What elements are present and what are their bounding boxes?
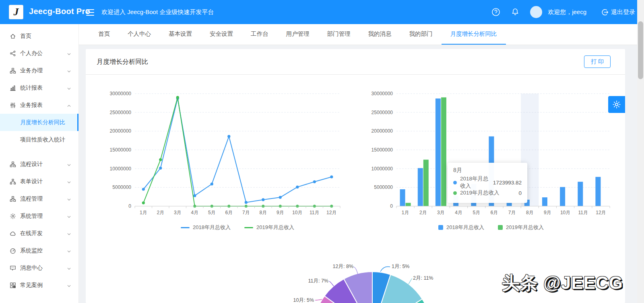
sidebar-item-10-dashboard[interactable]: 系统监控 (0, 242, 78, 259)
sidebar-item-11-message[interactable]: 消息中心 (0, 259, 78, 276)
sidebar-item-8-setting[interactable]: 系统管理 (0, 207, 78, 225)
tab-7[interactable]: 我的消息 (359, 24, 400, 45)
pie-chart-canvas: 12月: 8%1月: 5%2月: 11%11月: 7%10月: 5% (279, 253, 468, 303)
sidebar-item-label: 常见案例 (20, 282, 43, 289)
svg-text:7月: 7月 (242, 210, 250, 215)
logout-button[interactable]: 退出登录 (601, 8, 635, 16)
sidebar-item-5-cluster[interactable]: 流程设计 (0, 156, 78, 173)
share-icon (10, 50, 16, 57)
sidebar-item-label: 首页 (20, 33, 31, 40)
svg-text:5月: 5月 (208, 210, 216, 215)
sidebar-submenu: 月度增长分析同比项目性质收入统计 (0, 114, 78, 148)
sidebar-item-0-home[interactable]: 首页 (0, 27, 78, 45)
sidebar-item-label: 系统监控 (20, 247, 43, 254)
svg-text:5000000: 5000000 (112, 184, 131, 190)
sidebar-item-6-apartment[interactable]: 表单设计 (0, 173, 78, 190)
tab-5[interactable]: 用户管理 (277, 24, 318, 45)
sidebar-item-12-appstore[interactable]: 常见案例 (0, 276, 78, 294)
svg-text:12月: 8%: 12月: 8% (333, 264, 353, 269)
top-header: J Jeecg-Boot Pro 欢迎进入 Jeecg-Boot 企业级快速开发… (0, 0, 644, 24)
legend-line-icon (181, 227, 190, 228)
sidebar-item-3-barchart[interactable]: 统计报表 (0, 79, 78, 96)
logo-letter: J (14, 6, 19, 18)
svg-text:5000000: 5000000 (374, 184, 393, 190)
svg-text:15000000: 15000000 (110, 147, 132, 153)
bar-chart[interactable]: 0500000010000000150000002000000025000000… (364, 84, 618, 236)
svg-text:2月: 11%: 2月: 11% (413, 275, 433, 281)
sidebar-item-9-cloud[interactable]: 在线开发 (0, 225, 78, 242)
legend-item[interactable]: 2018年月总收入 (438, 224, 484, 231)
chevron-down-icon (67, 266, 71, 270)
app-root: J Jeecg-Boot Pro 欢迎进入 Jeecg-Boot 企业级快速开发… (0, 0, 644, 303)
sidebar-item-label: 系统管理 (20, 213, 43, 220)
content-card: 月度增长分析同比 打 印 050000001000000015000000200… (86, 49, 625, 303)
cluster-icon (10, 196, 16, 202)
tab-1[interactable]: 个人中心 (119, 24, 160, 45)
sidebar-item-label: 统计报表 (20, 84, 43, 92)
chevron-down-icon (67, 86, 71, 90)
legend-item[interactable]: 2019年月总收入 (244, 224, 294, 231)
tab-4[interactable]: 工作台 (242, 24, 277, 45)
menu-fold-icon[interactable] (85, 8, 95, 17)
apartment-icon (10, 178, 16, 185)
svg-text:5月: 5月 (473, 210, 480, 215)
chevron-up-icon (67, 103, 71, 107)
sidebar-item-label: 表单设计 (20, 178, 43, 185)
svg-text:0: 0 (390, 203, 393, 209)
svg-text:25000000: 25000000 (372, 110, 393, 115)
sidebar-item-2-cluster[interactable]: 业务办理 (0, 62, 78, 79)
app-logo: J (9, 5, 23, 19)
tooltip-series-name: 2019年月总收入 (460, 189, 500, 197)
tab-0[interactable]: 首页 (89, 24, 119, 45)
help-icon[interactable] (491, 8, 500, 16)
bar-chart-legend: 2018年月总收入2019年月总收入 (364, 224, 618, 231)
tab-8[interactable]: 我的部门 (400, 24, 442, 45)
user-greeting: 欢迎您，jeecg (548, 8, 586, 16)
logout-icon (601, 8, 609, 16)
tabs-container: 首页个人中心基本设置安全设置工作台用户管理部门管理我的消息我的部门月度增长分析同… (89, 24, 506, 45)
tab-3[interactable]: 安全设置 (201, 24, 242, 45)
svg-text:6月: 6月 (491, 210, 498, 215)
svg-text:6月: 6月 (225, 210, 233, 215)
line-chart-canvas: 0500000010000000150000002000000025000000… (97, 84, 378, 219)
svg-text:3月: 3月 (174, 210, 182, 215)
card-header: 月度增长分析同比 打 印 (86, 49, 625, 75)
svg-text:11月: 11月 (578, 210, 588, 215)
setting-icon (10, 213, 16, 219)
print-button[interactable]: 打 印 (584, 55, 611, 68)
svg-text:8月: 8月 (259, 210, 267, 215)
page-scrollbar-thumb[interactable] (638, 21, 643, 79)
sidebar-item-label: 业务报表 (20, 102, 43, 109)
legend-line-icon (244, 227, 253, 228)
sidebar-item-label: 消息中心 (20, 264, 43, 272)
line-chart[interactable]: 0500000010000000150000002000000025000000… (97, 84, 378, 236)
legend-item[interactable]: 2018年月总收入 (181, 224, 231, 231)
watermark: 头条 @JEECG (502, 271, 623, 295)
sidebar-item-label: 流程设计 (20, 161, 43, 168)
notification-bell-icon[interactable] (511, 8, 520, 16)
tooltip-row: 2019年月总收入 0 (453, 188, 522, 198)
sidebar-item-1-share[interactable]: 个人办公 (0, 45, 78, 62)
legend-square-icon (438, 225, 443, 230)
tooltip-title: 8月 (453, 167, 522, 174)
legend-label: 2018年月总收入 (446, 224, 484, 231)
tab-2[interactable]: 基本设置 (160, 24, 201, 45)
settings-gear-button[interactable] (608, 96, 625, 113)
svg-text:30000000: 30000000 (110, 91, 132, 96)
sidebar-item-4-control[interactable]: 业务报表 (0, 96, 78, 114)
chevron-down-icon (67, 214, 71, 218)
sidebar-item-7-cluster[interactable]: 流程管理 (0, 190, 78, 207)
pie-chart[interactable]: 12月: 8%1月: 5%2月: 11%11月: 7%10月: 5% (279, 253, 468, 303)
brand-title: Jeecg-Boot Pro (29, 7, 90, 16)
legend-item[interactable]: 2019年月总收入 (498, 224, 544, 231)
tab-9[interactable]: 月度增长分析同比 (442, 24, 506, 45)
sidebar-subitem-4-0[interactable]: 月度增长分析同比 (0, 114, 78, 131)
dashboard-icon (10, 248, 16, 254)
tab-6[interactable]: 部门管理 (318, 24, 359, 45)
sidebar-subitem-4-1[interactable]: 项目性质收入统计 (0, 131, 78, 148)
svg-text:1月: 1月 (140, 210, 147, 215)
svg-text:9月: 9月 (277, 210, 284, 215)
legend-square-icon (498, 225, 503, 230)
user-avatar[interactable] (530, 6, 542, 18)
page-scrollbar-track[interactable] (637, 0, 644, 303)
